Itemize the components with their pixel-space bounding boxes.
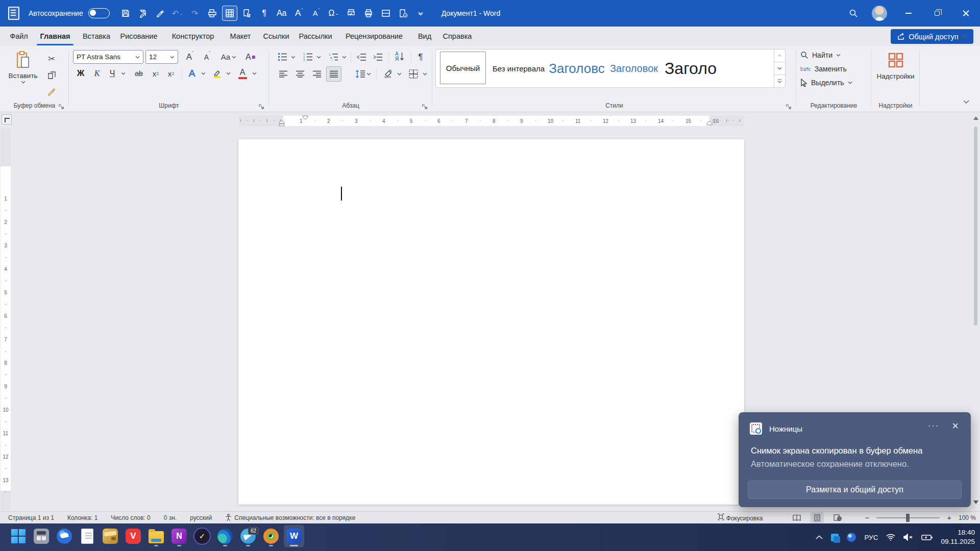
tab-insert[interactable]: Вставка <box>80 27 113 46</box>
select-button[interactable]: Выделить <box>800 79 852 87</box>
shrink-font-icon[interactable]: Aˇ <box>309 6 324 21</box>
format-painter-button[interactable] <box>45 85 58 98</box>
justify-button[interactable] <box>326 66 341 82</box>
taskbar-todo-app[interactable]: ✓ <box>192 525 212 547</box>
shading-button[interactable] <box>380 67 396 81</box>
bold-button[interactable]: Ж <box>74 66 87 81</box>
styles-dialog-launcher[interactable] <box>786 103 792 109</box>
change-case-button[interactable]: Aa <box>218 50 239 64</box>
scroll-up-arrow[interactable] <box>973 116 978 120</box>
tray-language[interactable]: РУС <box>864 534 878 541</box>
taskbar-vivaldi[interactable]: V <box>123 525 143 547</box>
left-indent-marker[interactable] <box>279 120 285 127</box>
tab-home[interactable]: Главная <box>34 27 77 46</box>
symbol-icon[interactable]: Ω⌄ <box>326 6 341 21</box>
tab-design[interactable]: Конструктор <box>164 27 222 46</box>
tab-help[interactable]: Справка <box>439 27 476 46</box>
volume-muted-icon[interactable] <box>903 534 913 541</box>
style-normal[interactable]: Обычный <box>440 52 486 84</box>
style-heading2[interactable]: Заголовок <box>607 49 660 87</box>
tab-references[interactable]: Ссылки <box>259 27 293 46</box>
text-effects-button[interactable]: A <box>184 66 200 81</box>
close-button[interactable] <box>951 0 980 27</box>
font-size-combo[interactable]: 12 <box>145 50 178 64</box>
style-no-spacing[interactable]: Без интервала <box>491 49 546 87</box>
taskbar-antivirus[interactable] <box>261 525 281 547</box>
paste-button[interactable]: Вставить <box>7 50 39 84</box>
strikethrough-button[interactable]: ab <box>131 66 146 81</box>
scroll-down-arrow[interactable] <box>973 500 978 504</box>
style-title[interactable]: Заголо <box>665 49 732 87</box>
tray-expand-chevron[interactable] <box>816 535 823 539</box>
web-layout-button[interactable] <box>831 512 844 523</box>
right-indent-marker[interactable] <box>706 120 713 126</box>
taskbar-telegram[interactable]: 62 <box>238 525 258 547</box>
vertical-scrollbar[interactable] <box>972 115 979 511</box>
qat-customize-chevron-icon[interactable] <box>413 6 428 21</box>
taskbar-thunderbird[interactable] <box>54 525 75 547</box>
autosave-toggle[interactable] <box>88 8 110 18</box>
format-painter-icon[interactable] <box>153 6 168 21</box>
align-left-button[interactable] <box>276 67 290 81</box>
collapse-ribbon-chevron[interactable] <box>960 96 973 107</box>
font-family-combo[interactable]: PT Astra Sans <box>73 50 143 64</box>
underline-chevron[interactable] <box>119 66 127 81</box>
sort-button[interactable]: АЯ <box>391 49 408 64</box>
decrease-indent-button[interactable] <box>354 50 369 64</box>
print-preview-icon[interactable] <box>205 6 220 21</box>
tray-thunderbird-icon[interactable] <box>847 533 856 542</box>
align-center-button[interactable] <box>293 67 307 81</box>
font-dialog-launcher[interactable] <box>259 103 265 109</box>
bullets-button[interactable] <box>275 50 289 64</box>
share-button[interactable]: Общий доступ <box>891 29 973 44</box>
shading-chevron[interactable] <box>396 67 403 81</box>
borders-button[interactable] <box>406 67 421 81</box>
increase-indent-button[interactable] <box>370 50 385 64</box>
table-grid-icon[interactable] <box>222 6 237 21</box>
multilevel-list-button[interactable]: 1ai <box>326 50 340 64</box>
text-effects-chevron[interactable] <box>200 66 207 81</box>
shrink-font-button[interactable]: Aˇ <box>200 50 215 64</box>
highlight-button[interactable] <box>210 66 224 81</box>
save-as-icon[interactable] <box>135 6 151 21</box>
quick-print-icon[interactable] <box>344 6 359 21</box>
addins-button[interactable]: Надстройки <box>871 52 920 80</box>
styles-gallery-expand[interactable] <box>774 75 785 87</box>
tab-file[interactable]: Файл <box>7 27 31 46</box>
taskbar-onenote[interactable]: N <box>169 525 189 547</box>
restore-button[interactable] <box>923 0 951 27</box>
split-window-icon[interactable] <box>378 6 394 21</box>
taskbar-file-explorer[interactable] <box>146 525 166 547</box>
font-color-chevron[interactable] <box>251 66 258 81</box>
clear-formatting-button[interactable]: A◆ <box>242 50 259 64</box>
print-layout-button[interactable] <box>811 512 824 523</box>
align-right-button[interactable] <box>310 67 324 81</box>
save-icon[interactable] <box>118 6 133 21</box>
taskbar-wallet[interactable] <box>100 525 120 547</box>
multilevel-chevron[interactable] <box>340 50 348 64</box>
scrollbar-thumb[interactable] <box>974 127 977 325</box>
word-count[interactable]: Число слов: 0 <box>111 514 150 521</box>
numbering-button[interactable]: 123 <box>301 50 315 64</box>
taskbar-edge[interactable] <box>215 525 235 547</box>
underline-button[interactable]: Ч <box>106 66 119 81</box>
taskbar-notepad[interactable] <box>77 525 97 547</box>
zoom-level[interactable]: 100 % <box>959 514 976 521</box>
minimize-button[interactable] <box>894 0 923 27</box>
paragraph-marks-icon[interactable]: ¶ <box>257 6 272 21</box>
line-spacing-button[interactable] <box>355 67 371 81</box>
read-mode-button[interactable] <box>790 512 803 523</box>
tray-app-icon[interactable] <box>831 534 839 541</box>
styles-scroll-up[interactable] <box>774 49 785 62</box>
tab-view[interactable]: Вид <box>413 27 436 46</box>
tab-draw[interactable]: Рисование <box>116 27 161 46</box>
document-info-icon[interactable] <box>396 6 411 21</box>
notification-toast[interactable]: Ножницы ··· × Снимок экрана скопирован в… <box>739 412 971 507</box>
tab-review[interactable]: Рецензирование <box>338 27 410 46</box>
document-page[interactable] <box>238 139 744 505</box>
page-indicator[interactable]: Страница 1 из 1 <box>8 514 54 521</box>
zoom-in-button[interactable]: + <box>947 513 951 522</box>
language-indicator[interactable]: русский <box>190 514 212 521</box>
borders-chevron[interactable] <box>421 67 428 81</box>
tray-clock[interactable]: 18:40 09.11.2025 <box>941 528 975 546</box>
